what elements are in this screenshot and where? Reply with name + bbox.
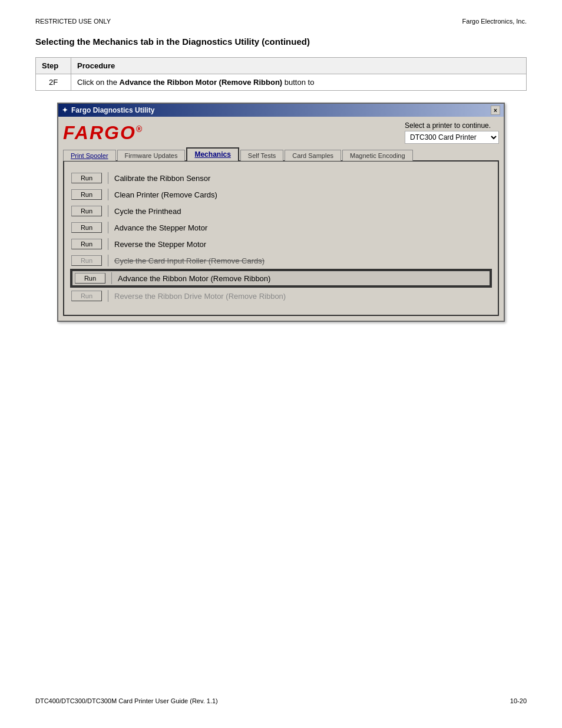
app-icon: ✦ [62, 106, 68, 114]
tab-self-tests[interactable]: Self Tests [240, 150, 284, 161]
reverse-stepper-label: Reverse the Stepper Motor [114, 240, 206, 249]
printer-select-row: DTC300 Card Printer [405, 131, 499, 144]
app-window: ✦ Fargo Diagnostics Utility × FARGO® Sel… [57, 103, 505, 322]
step-cell: 2F [36, 74, 71, 91]
col-procedure-header: Procedure [71, 58, 527, 74]
titlebar-left: ✦ Fargo Diagnostics Utility [62, 106, 154, 114]
tab-mechanics[interactable]: Mechanics [186, 147, 239, 161]
row-divider [108, 172, 108, 184]
row-divider [108, 290, 108, 302]
table-row: 2F Click on the Advance the Ribbon Motor… [36, 74, 527, 91]
page-footer: DTC400/DTC300/DTC300M Card Printer User … [35, 697, 527, 704]
fargo-logo: FARGO® [63, 122, 143, 144]
row-divider [111, 272, 112, 284]
mechanics-row-calibrate: Run Calibrate the Ribbon Sensor [71, 171, 491, 185]
app-titlebar: ✦ Fargo Diagnostics Utility × [58, 104, 504, 117]
footer-left: DTC400/DTC300/DTC300M Card Printer User … [35, 697, 218, 704]
mechanics-row-reverse-stepper: Run Reverse the Stepper Motor [71, 237, 491, 251]
procedure-table: Step Procedure 2F Click on the Advance t… [35, 57, 527, 91]
run-reverse-ribbon-btn[interactable]: Run [71, 291, 102, 301]
row-divider [108, 238, 108, 250]
close-button[interactable]: × [491, 106, 500, 115]
tabs-row: Print Spooler Firmware Updates Mechanics… [63, 147, 499, 161]
cycle-printhead-label: Cycle the Printhead [114, 207, 181, 216]
run-clean-btn[interactable]: Run [71, 189, 102, 200]
section-title: Selecting the Mechanics tab in the Diagn… [35, 37, 527, 47]
advance-ribbon-label: Advance the Ribbon Motor (Remove Ribbon) [118, 274, 270, 283]
tab-card-samples[interactable]: Card Samples [285, 150, 341, 161]
mechanics-row-cycle-printhead: Run Cycle the Printhead [71, 204, 491, 218]
app-top-row: FARGO® Select a printer to continue. DTC… [63, 121, 499, 144]
procedure-suffix: button to [282, 78, 314, 87]
cycle-card-label: Cycle the Card Input Roller (Remove Card… [114, 256, 265, 265]
header-right: Fargo Electronics, Inc. [462, 18, 527, 25]
header-left: RESTRICTED USE ONLY [35, 18, 111, 25]
tab-magnetic-encoding[interactable]: Magnetic Encoding [342, 150, 413, 161]
procedure-prefix: Click on the [77, 78, 120, 87]
run-advance-stepper-btn[interactable]: Run [71, 222, 102, 233]
calibrate-ribbon-label: Calibrate the Ribbon Sensor [114, 174, 210, 183]
run-calibrate-btn[interactable]: Run [71, 173, 102, 183]
run-cycle-card-btn[interactable]: Run [71, 255, 102, 266]
mechanics-row-advance-ribbon: Run Advance the Ribbon Motor (Remove Rib… [71, 270, 491, 286]
row-divider [108, 222, 108, 233]
app-body: FARGO® Select a printer to continue. DTC… [58, 117, 504, 321]
mechanics-row-cycle-card: Run Cycle the Card Input Roller (Remove … [71, 253, 491, 268]
tab-print-spooler[interactable]: Print Spooler [63, 150, 116, 161]
run-advance-ribbon-btn[interactable]: Run [75, 273, 105, 284]
run-reverse-stepper-btn[interactable]: Run [71, 239, 102, 249]
mechanics-row-clean: Run Clean Printer (Remove Cards) [71, 187, 491, 202]
row-divider [108, 189, 108, 200]
clean-printer-label: Clean Printer (Remove Cards) [114, 190, 217, 199]
app-title: Fargo Diagnostics Utility [71, 106, 154, 114]
procedure-bold: Advance the Ribbon Motor (Remove Ribbon) [120, 78, 283, 87]
mechanics-row-advance-stepper: Run Advance the Stepper Motor [71, 220, 491, 235]
row-divider [108, 205, 108, 217]
printer-dropdown[interactable]: DTC300 Card Printer [405, 131, 499, 144]
advance-stepper-label: Advance the Stepper Motor [114, 223, 207, 232]
tab-firmware-updates[interactable]: Firmware Updates [117, 150, 186, 161]
printer-select-area: Select a printer to continue. DTC300 Car… [405, 121, 499, 144]
run-cycle-printhead-btn[interactable]: Run [71, 206, 102, 216]
mechanics-row-reverse-ribbon: Run Reverse the Ribbon Drive Motor (Remo… [71, 289, 491, 303]
reverse-ribbon-label: Reverse the Ribbon Drive Motor (Remove R… [114, 292, 286, 301]
footer-right: 10-20 [510, 697, 527, 704]
printer-select-label: Select a printer to continue. [405, 121, 491, 130]
row-divider [108, 255, 108, 266]
procedure-cell: Click on the Advance the Ribbon Motor (R… [71, 74, 527, 91]
tab-content: Run Calibrate the Ribbon Sensor Run Clea… [63, 160, 499, 316]
col-step-header: Step [36, 58, 71, 74]
